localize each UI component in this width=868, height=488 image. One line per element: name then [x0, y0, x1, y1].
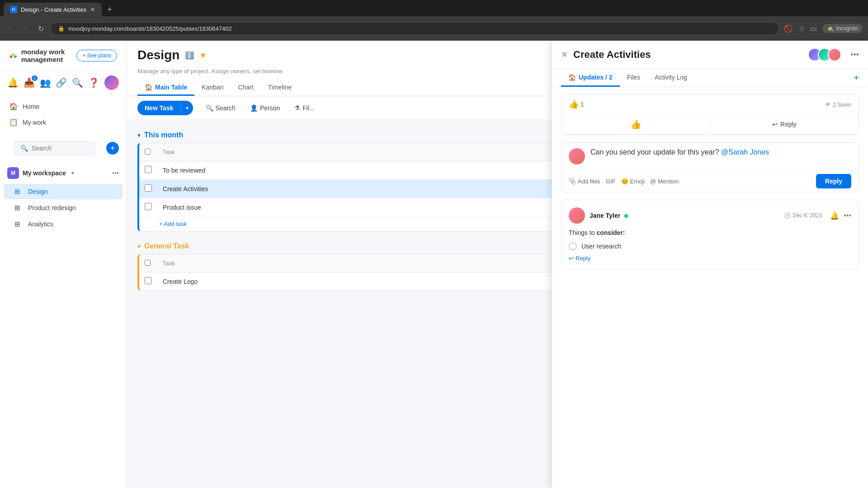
- analytics-icon: ⊞: [14, 220, 24, 228]
- select-all-checkbox[interactable]: [145, 149, 151, 155]
- eye-icon: 👁: [825, 101, 831, 108]
- tab-label: Design - Create Activities: [21, 6, 86, 13]
- seen-label: 2 Seen: [833, 101, 851, 108]
- panel-more-options-icon[interactable]: •••: [850, 50, 859, 60]
- star-icon[interactable]: ☆: [798, 24, 805, 33]
- emoji-button[interactable]: 😊 Emoji: [621, 178, 645, 185]
- reply-bar-button[interactable]: ↩ Reply: [710, 114, 859, 134]
- comment-time: 🕐 Dec 6, 2023: [784, 212, 822, 219]
- integrations-icon[interactable]: 🔗: [56, 77, 67, 88]
- task-checkbox-3[interactable]: [145, 203, 159, 212]
- files-tab-label: Files: [627, 74, 641, 81]
- comment-body: Things to consider:: [569, 228, 851, 238]
- tab-close-button[interactable]: ✕: [90, 6, 95, 13]
- search-input[interactable]: [32, 145, 90, 152]
- comment-avatar: [569, 207, 585, 224]
- search-icon: 🔍: [20, 145, 28, 152]
- updates-tab-label: Updates / 2: [579, 74, 613, 81]
- sidebar: monday work management + See plans 🔔 📥3 …: [0, 41, 127, 488]
- sidebar-item-analytics[interactable]: ⊞ Analytics: [4, 216, 123, 232]
- search-toolbar-label: Search: [216, 104, 236, 112]
- panel-title: Create Activities: [573, 49, 802, 61]
- people-icon[interactable]: 👥: [40, 77, 51, 88]
- page-title: Design: [137, 48, 179, 62]
- bell-reminder-icon[interactable]: 🔔: [830, 211, 839, 220]
- back-button[interactable]: ←: [5, 23, 16, 34]
- group-general-title: General Task: [144, 242, 189, 250]
- panel-avatar-3: [828, 48, 841, 61]
- new-task-dropdown-button[interactable]: ▾: [181, 101, 193, 115]
- bell-icon[interactable]: 🔔: [7, 77, 19, 88]
- header-checkbox-col: [145, 148, 159, 156]
- updates-tab-icon: 🏠: [568, 74, 576, 81]
- search-toolbar-button[interactable]: 🔍 Search: [200, 101, 241, 115]
- tab-timeline[interactable]: Timeline: [261, 80, 299, 96]
- panel-tab-activity-log[interactable]: Activity Log: [647, 69, 694, 87]
- new-tab-button[interactable]: +: [104, 3, 116, 16]
- seen-count: 👁 2 Seen: [825, 101, 851, 108]
- select-all-checkbox-gen[interactable]: [145, 260, 151, 266]
- thumbs-up-reaction-button[interactable]: 👍: [561, 114, 710, 134]
- tab-main-table[interactable]: 🏠 Main Table: [137, 80, 194, 96]
- sidebar-home-item[interactable]: 🏠 Home: [0, 99, 126, 114]
- home-icon: 🏠: [9, 102, 18, 111]
- task-checkbox-gen-1[interactable]: [145, 277, 159, 286]
- update-reaction-row: 👍 1 👁 2 Seen: [561, 95, 859, 114]
- group-toggle-general[interactable]: ▾: [137, 243, 141, 250]
- browser-chrome: M Design - Create Activities ✕ + ← → ↻ 🔒…: [0, 0, 868, 41]
- task-checkbox-2[interactable]: [145, 184, 159, 193]
- forward-button[interactable]: →: [21, 23, 32, 34]
- browser-toolbar: ← → ↻ 🔒 moodjoy.monday.com/boards/183042…: [0, 16, 868, 41]
- filter-toolbar-button[interactable]: ⚗ Fil...: [289, 101, 320, 115]
- sidebar-item-product-redesign[interactable]: ⊞ Product redesign: [4, 200, 123, 216]
- comment-reply-link[interactable]: ↩ Reply: [569, 255, 851, 262]
- inbox-icon[interactable]: 📥3: [24, 77, 35, 88]
- search-global-icon[interactable]: 🔍: [72, 77, 83, 88]
- person-toolbar-button[interactable]: 👤 Person: [245, 101, 285, 115]
- reply-text-content: Can you send your update for this year? …: [590, 148, 851, 156]
- favorite-star-icon[interactable]: ★: [199, 50, 207, 60]
- panel-tab-updates[interactable]: 🏠 Updates / 2: [561, 69, 620, 87]
- sidebar-icon[interactable]: ▭: [810, 24, 817, 33]
- browser-tabs: M Design - Create Activities ✕ +: [0, 0, 868, 16]
- user-avatar-icon[interactable]: [104, 75, 119, 90]
- panel-close-button[interactable]: ✕: [561, 50, 568, 60]
- task-checklist-item: User research: [569, 242, 851, 250]
- reply-mention: @Sarah Jones: [721, 148, 769, 156]
- task-checkbox-1[interactable]: [145, 166, 159, 175]
- panel-tab-add-button[interactable]: +: [854, 69, 859, 87]
- gif-button[interactable]: GIF: [606, 178, 616, 185]
- tab-kanban[interactable]: Kanban: [194, 80, 231, 96]
- mention-icon: @: [650, 178, 656, 185]
- reaction-count: 1: [580, 101, 584, 108]
- workspace-chevron-icon[interactable]: ▾: [71, 170, 74, 176]
- panel-tab-files[interactable]: Files: [620, 69, 648, 87]
- info-icon[interactable]: ℹ️: [185, 51, 194, 60]
- filter-label: Fil...: [302, 104, 314, 112]
- add-files-button[interactable]: 📎 Add files: [569, 178, 600, 185]
- gif-icon: GIF: [606, 178, 616, 185]
- help-icon[interactable]: ❓: [88, 77, 99, 88]
- sidebar-mywork-item[interactable]: 📋 My work: [0, 114, 126, 130]
- sidebar-item-analytics-label: Analytics: [28, 221, 53, 228]
- reply-message-text: Can you send your update for this year?: [590, 148, 719, 156]
- sidebar-search[interactable]: 🔍: [14, 141, 95, 155]
- url-text: moodjoy.monday.com/boards/1830420525/pul…: [68, 25, 232, 32]
- add-button[interactable]: +: [106, 142, 119, 155]
- reply-link-icon: ↩: [569, 255, 574, 262]
- group-toggle-this-month[interactable]: ▾: [137, 131, 141, 139]
- workspace-more-icon[interactable]: •••: [112, 169, 119, 177]
- comment-more-options-icon[interactable]: •••: [844, 211, 851, 220]
- see-plans-button[interactable]: + See plans: [76, 50, 117, 61]
- mention-button[interactable]: @ Mention: [650, 178, 679, 185]
- new-task-button[interactable]: New Task: [137, 101, 181, 115]
- new-task-group: New Task ▾: [137, 101, 193, 115]
- sidebar-item-design[interactable]: ⊞ Design: [4, 184, 123, 199]
- filter-icon: ⚗: [294, 104, 300, 112]
- reply-avatar: [569, 148, 585, 164]
- refresh-button[interactable]: ↻: [36, 23, 46, 35]
- address-bar[interactable]: 🔒 moodjoy.monday.com/boards/1830420525/p…: [50, 22, 779, 35]
- active-tab[interactable]: M Design - Create Activities ✕: [4, 3, 102, 16]
- tab-chart[interactable]: Chart: [231, 80, 261, 96]
- reply-submit-button[interactable]: Reply: [816, 174, 851, 188]
